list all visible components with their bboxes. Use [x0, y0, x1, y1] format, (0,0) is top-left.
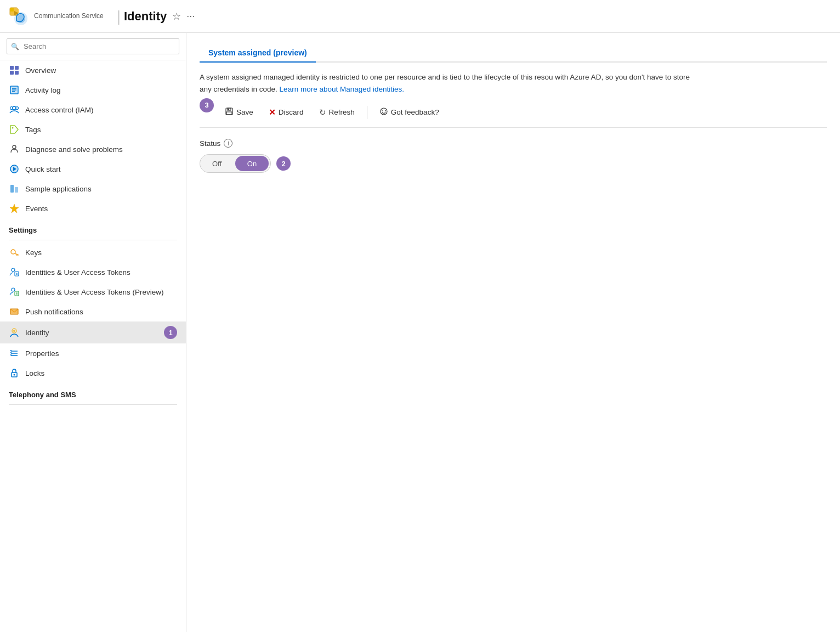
sidebar-item-label: Diagnose and solve problems [25, 145, 177, 154]
svg-rect-24 [15, 187, 18, 193]
svg-rect-47 [10, 354, 12, 356]
description-text: A system assigned managed identity is re… [200, 71, 693, 95]
sidebar-item-label: Properties [25, 349, 177, 358]
svg-point-18 [12, 127, 14, 129]
svg-point-49 [14, 374, 15, 376]
sidebar: 🔍 Overview Activity log [0, 33, 186, 632]
tab-system-assigned[interactable]: System assigned (preview) [200, 44, 316, 63]
toolbar-separator [367, 106, 367, 119]
toggle-off-label: Off [200, 155, 234, 172]
access-control-icon [9, 104, 20, 115]
sample-apps-icon [9, 183, 20, 194]
identities-tokens-preview-icon [9, 286, 20, 297]
sidebar-scroll-area: Overview Activity log Access control (IA… [0, 60, 186, 632]
refresh-button[interactable]: ↻ Refresh [313, 104, 361, 121]
sidebar-item-diagnose[interactable]: Diagnose and solve problems [0, 139, 186, 159]
diagnose-icon [9, 144, 20, 155]
sidebar-item-locks[interactable]: Locks [0, 363, 186, 383]
discard-label: Discard [279, 108, 304, 116]
push-notifications-icon [9, 306, 20, 317]
status-label: Status i [200, 139, 827, 148]
identities-tokens-icon [9, 267, 20, 278]
sidebar-item-label: Overview [25, 66, 177, 75]
sidebar-item-keys[interactable]: Keys [0, 242, 186, 262]
service-name-label: Communication Service [34, 12, 104, 20]
keys-icon [9, 247, 20, 258]
sidebar-item-label: Sample applications [25, 185, 177, 193]
sidebar-item-properties[interactable]: Properties [0, 343, 186, 363]
events-icon [9, 203, 20, 214]
refresh-icon: ↻ [319, 108, 326, 117]
sidebar-divider [9, 240, 177, 240]
sidebar-item-label: Identities & User Access Tokens [25, 268, 177, 276]
save-button[interactable]: Save [218, 104, 260, 121]
step-badge-1: 1 [164, 326, 177, 339]
page-title: Identity [124, 9, 167, 24]
search-input[interactable] [7, 38, 179, 54]
toggle-container: Off On 2 [200, 154, 827, 173]
identity-icon [9, 327, 20, 338]
save-label: Save [236, 108, 253, 116]
save-icon [225, 107, 234, 117]
sidebar-item-access-control[interactable]: Access control (IAM) [0, 100, 186, 120]
feedback-label: Got feedback? [391, 108, 439, 116]
search-icon: 🔍 [11, 43, 19, 50]
svg-rect-53 [228, 109, 229, 110]
telephony-section-header: Telephony and SMS [0, 383, 186, 402]
svg-rect-51 [228, 108, 231, 110]
svg-rect-9 [15, 71, 19, 75]
sidebar-item-activity-log[interactable]: Activity log [0, 80, 186, 100]
svg-rect-33 [15, 291, 19, 296]
sidebar-item-label: Events [25, 205, 177, 213]
sidebar-item-sample-apps[interactable]: Sample applications [0, 179, 186, 199]
sidebar-item-identity[interactable]: Identity 1 [0, 321, 186, 343]
activity-log-icon [9, 84, 20, 95]
svg-point-25 [11, 250, 15, 254]
svg-point-55 [382, 110, 383, 111]
refresh-label: Refresh [329, 108, 355, 116]
svg-rect-46 [10, 352, 12, 353]
sidebar-item-tags[interactable]: Tags [0, 120, 186, 139]
sidebar-search-area: 🔍 [0, 33, 186, 60]
app-icon [9, 7, 29, 26]
learn-more-link[interactable]: Learn more about Managed identities. [280, 85, 404, 93]
sidebar-item-label: Identity [25, 329, 158, 337]
toolbar: 3 Save ✕ Discard ↻ Refresh Got feedbac [200, 104, 827, 128]
feedback-button[interactable]: Got feedback? [373, 104, 446, 121]
sidebar-item-label: Identities & User Access Tokens (Preview… [25, 288, 177, 296]
title-divider: | [117, 8, 121, 25]
more-options-icon[interactable]: ··· [186, 10, 195, 22]
svg-rect-23 [10, 185, 14, 193]
discard-button[interactable]: ✕ Discard [262, 104, 310, 121]
sidebar-item-label: Push notifications [25, 308, 177, 316]
svg-point-54 [381, 108, 387, 115]
favorite-icon[interactable]: ☆ [172, 10, 181, 22]
settings-section-header: Settings [0, 218, 186, 238]
svg-rect-45 [10, 350, 12, 351]
tabs-bar: System assigned (preview) [200, 44, 827, 63]
status-text: Status [200, 139, 220, 148]
step-badge-3: 3 [200, 98, 214, 112]
svg-rect-50 [226, 108, 232, 115]
tags-icon [9, 124, 20, 135]
discard-icon: ✕ [269, 108, 276, 117]
sidebar-item-quick-start[interactable]: Quick start [0, 159, 186, 179]
status-info-icon[interactable]: i [224, 139, 232, 148]
svg-point-56 [385, 110, 386, 111]
status-section: Status i Off On 2 [200, 139, 827, 173]
sidebar-item-overview[interactable]: Overview [0, 60, 186, 80]
sidebar-item-label: Locks [25, 369, 177, 377]
properties-icon [9, 348, 20, 359]
sidebar-item-identities-tokens-preview[interactable]: Identities & User Access Tokens (Preview… [0, 282, 186, 302]
sidebar-item-push-notifications[interactable]: Push notifications [0, 302, 186, 321]
status-toggle[interactable]: Off On [200, 154, 271, 173]
svg-rect-7 [15, 66, 19, 70]
sidebar-item-events[interactable]: Events [0, 199, 186, 218]
svg-point-32 [12, 288, 15, 291]
sidebar-item-label: Quick start [25, 165, 177, 173]
overview-icon [9, 65, 20, 76]
main-layout: 🔍 Overview Activity log [0, 33, 840, 632]
svg-rect-29 [15, 272, 19, 276]
sidebar-item-label: Tags [25, 126, 177, 134]
sidebar-item-identities-tokens[interactable]: Identities & User Access Tokens [0, 262, 186, 282]
